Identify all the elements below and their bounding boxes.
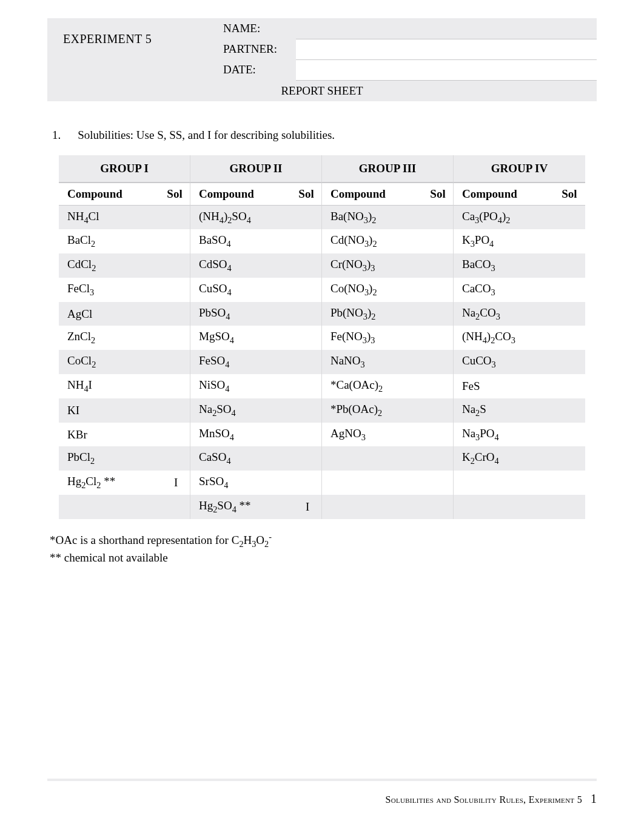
sol-cell[interactable] [162,374,190,398]
sol-cell[interactable] [557,374,585,398]
partner-label: PARTNER: [205,39,296,59]
compound-cell: *Ca(OAc)2 [322,374,425,398]
sol-cell[interactable] [557,350,585,374]
sol-cell[interactable] [162,278,190,302]
compound-cell [59,495,162,519]
sol-cell[interactable] [162,423,190,447]
sol-cell[interactable] [557,278,585,302]
compound-cell: (NH4)2SO4 [190,206,293,230]
sol-cell[interactable] [425,495,454,519]
compound-cell: (NH4)2CO3 [454,326,557,350]
sol-cell[interactable] [293,326,322,350]
sol-cell[interactable] [557,229,585,253]
sol-cell[interactable] [293,253,322,278]
sol-cell[interactable] [162,206,190,230]
sol-cell[interactable] [162,253,190,278]
sol-cell[interactable] [293,471,322,495]
sol-cell[interactable] [557,326,585,350]
sol-cell[interactable] [162,350,190,374]
sol-cell[interactable] [293,302,322,326]
sol-cell[interactable] [425,471,454,495]
sol-cell[interactable] [425,326,454,350]
sol-cell[interactable] [425,278,454,302]
date-field[interactable] [296,59,597,80]
compound-cell: Cd(NO3)2 [322,229,425,253]
date-label: DATE: [205,59,296,80]
sol-cell[interactable] [557,471,585,495]
col-compound-1: Compound [59,183,162,206]
compound-cell: CaCO3 [454,278,557,302]
table-row: NH4Cl(NH4)2SO4Ba(NO3)2Ca3(PO4)2 [59,206,585,230]
question-number: 1. [52,129,61,142]
col-compound-4: Compound [454,183,557,206]
sol-cell[interactable] [162,495,190,519]
compound-cell: CaSO4 [190,446,293,471]
compound-cell: *Pb(OAc)2 [322,398,425,423]
group-3-header: GROUP III [322,155,454,183]
sol-cell[interactable] [557,302,585,326]
sol-cell[interactable]: I [293,495,322,519]
compound-cell: PbCl2 [59,446,162,471]
sol-cell[interactable] [557,423,585,447]
table-row: Hg2SO4 **I [59,495,585,519]
sol-cell[interactable] [425,229,454,253]
compound-cell: CuSO4 [190,278,293,302]
compound-cell [454,495,557,519]
table-row: KINa2SO4*Pb(OAc)2Na2S [59,398,585,423]
footnote-1-prefix: *OAc is a shorthand representation for [50,534,232,546]
group-4-header: GROUP IV [454,155,585,183]
compound-cell: Cr(NO3)3 [322,253,425,278]
compound-cell: K2CrO4 [454,446,557,471]
compound-cell: CdSO4 [190,253,293,278]
sol-cell[interactable] [293,446,322,471]
footer-text: Solubilities and Solubility Rules, Exper… [386,794,582,805]
experiment-label: EXPERIMENT 5 [47,18,205,59]
compound-cell: CuCO3 [454,350,557,374]
question-1: 1. Solubilities: Use S, SS, and I for de… [52,129,597,142]
sol-cell[interactable]: I [162,471,190,495]
compound-cell: MgSO4 [190,326,293,350]
sol-cell[interactable] [425,398,454,423]
sol-cell[interactable] [293,374,322,398]
sol-cell[interactable] [293,206,322,230]
compound-cell: BaSO4 [190,229,293,253]
report-sheet-title: REPORT SHEET [47,80,597,101]
sol-cell[interactable] [557,206,585,230]
sol-cell[interactable] [162,326,190,350]
sol-cell[interactable] [425,253,454,278]
sol-cell[interactable] [293,350,322,374]
table-row: CdCl2CdSO4Cr(NO3)3BaCO3 [59,253,585,278]
sol-cell[interactable] [293,423,322,447]
sol-cell[interactable] [557,495,585,519]
sol-cell[interactable] [162,229,190,253]
compound-cell: ZnCl2 [59,326,162,350]
sol-cell[interactable] [425,374,454,398]
sol-cell[interactable] [293,398,322,423]
header-box: EXPERIMENT 5 NAME: PARTNER: DATE: REPORT… [47,18,597,101]
sol-cell[interactable] [425,423,454,447]
compound-cell: CoCl2 [59,350,162,374]
partner-field[interactable] [296,39,597,59]
compound-cell: Na2S [454,398,557,423]
col-sol-4: Sol [557,183,585,206]
page-footer: Solubilities and Solubility Rules, Exper… [47,779,597,806]
compound-cell: FeS [454,374,557,398]
sol-cell[interactable] [162,302,190,326]
compound-cell: Na3PO4 [454,423,557,447]
sol-cell[interactable] [162,446,190,471]
sol-cell[interactable] [425,350,454,374]
group-1-header: GROUP I [59,155,190,183]
sol-cell[interactable] [293,278,322,302]
sol-cell[interactable] [557,398,585,423]
table-row: BaCl2BaSO4Cd(NO3)2K3PO4 [59,229,585,253]
sol-cell[interactable] [557,446,585,471]
sol-cell[interactable] [557,253,585,278]
solubility-table: GROUP I GROUP II GROUP III GROUP IV Comp… [59,155,585,519]
name-field[interactable] [296,18,597,39]
sol-cell[interactable] [425,302,454,326]
sol-cell[interactable] [425,446,454,471]
sol-cell[interactable] [162,398,190,423]
compound-cell: Pb(NO3)2 [322,302,425,326]
sol-cell[interactable] [293,229,322,253]
sol-cell[interactable] [425,206,454,230]
